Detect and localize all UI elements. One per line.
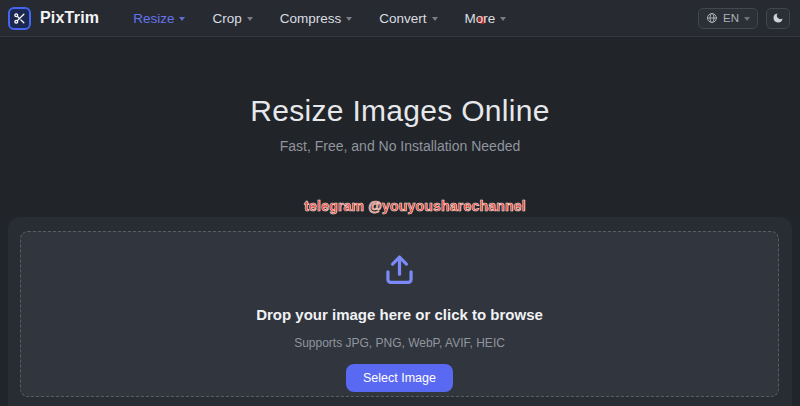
- chevron-down-icon: [179, 17, 185, 21]
- nav-item-label: Compress: [280, 11, 342, 26]
- image-dropzone[interactable]: Drop your image here or click to browse …: [20, 231, 779, 397]
- language-selector[interactable]: EN: [698, 8, 758, 29]
- theme-toggle-button[interactable]: [766, 8, 790, 29]
- chevron-down-icon: [247, 17, 253, 21]
- page-subtitle: Fast, Free, and No Installation Needed: [0, 138, 800, 154]
- hero-section: Resize Images Online Fast, Free, and No …: [0, 37, 800, 154]
- brand-name: PixTrim: [40, 9, 99, 27]
- nav-item-label: More: [465, 11, 496, 26]
- nav-menu: Resize Crop Compress Convert More: [133, 11, 506, 26]
- globe-icon: [706, 12, 718, 24]
- nav-item-convert[interactable]: Convert: [379, 11, 437, 26]
- page-title: Resize Images Online: [0, 94, 800, 128]
- uploader-card: Drop your image here or click to browse …: [8, 217, 792, 406]
- supported-formats-text: Supports JPG, PNG, WebP, AVIF, HEIC: [294, 336, 505, 350]
- nav-item-resize[interactable]: Resize: [133, 11, 185, 26]
- nav-item-label: Crop: [212, 11, 241, 26]
- chevron-down-icon: [346, 17, 352, 21]
- scissors-icon: [8, 7, 31, 30]
- nav-item-label: Resize: [133, 11, 174, 26]
- nav-right-controls: EN: [698, 8, 790, 29]
- select-image-button[interactable]: Select Image: [346, 364, 453, 392]
- moon-icon: [772, 12, 784, 24]
- dropzone-instruction: Drop your image here or click to browse: [256, 306, 543, 323]
- nav-item-compress[interactable]: Compress: [280, 11, 353, 26]
- brand[interactable]: PixTrim: [8, 7, 99, 30]
- top-navigation-bar: PixTrim Resize Crop Compress Convert Mor…: [0, 0, 800, 37]
- watermark-text: telegram @youyousharechannel: [15, 198, 800, 214]
- nav-item-more[interactable]: More: [465, 11, 507, 26]
- nav-item-label: Convert: [379, 11, 426, 26]
- nav-item-crop[interactable]: Crop: [212, 11, 252, 26]
- upload-icon: [381, 251, 418, 292]
- language-label: EN: [723, 12, 739, 24]
- chevron-down-icon: [500, 17, 506, 21]
- chevron-down-icon: [744, 17, 750, 21]
- chevron-down-icon: [432, 17, 438, 21]
